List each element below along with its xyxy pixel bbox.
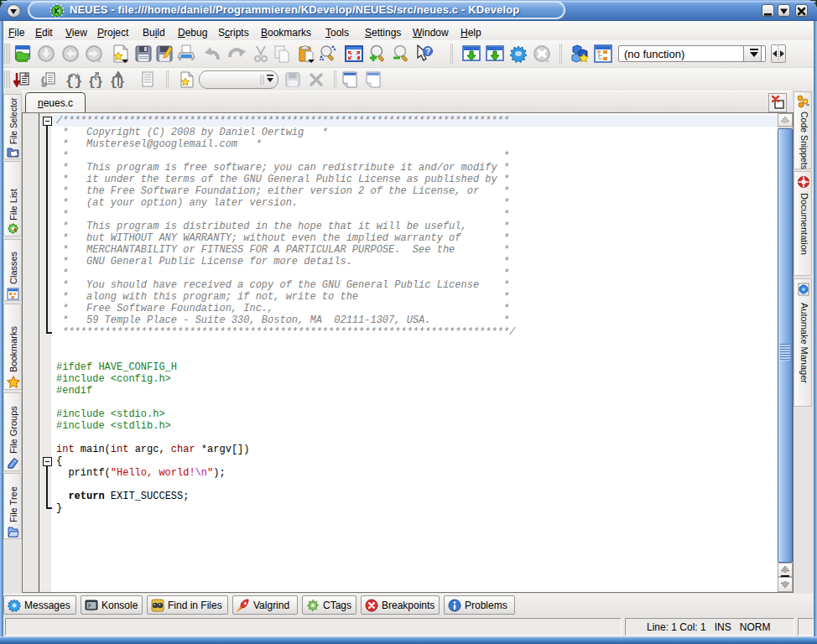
svg-text:Automake Manager: Automake Manager (799, 303, 809, 383)
svg-text:Bookmarks: Bookmarks (8, 325, 18, 372)
svg-text:File List: File List (8, 189, 18, 221)
svg-text:File Groups: File Groups (8, 406, 18, 454)
svg-text:Classes: Classes (8, 251, 18, 284)
svg-text:File Tree: File Tree (8, 486, 18, 522)
svg-text:File Selector: File Selector (9, 97, 18, 144)
svg-text:Documentation: Documentation (799, 193, 809, 255)
svg-text:Code Snippets: Code Snippets (799, 112, 809, 169)
svg-text:?: ? (425, 47, 430, 56)
